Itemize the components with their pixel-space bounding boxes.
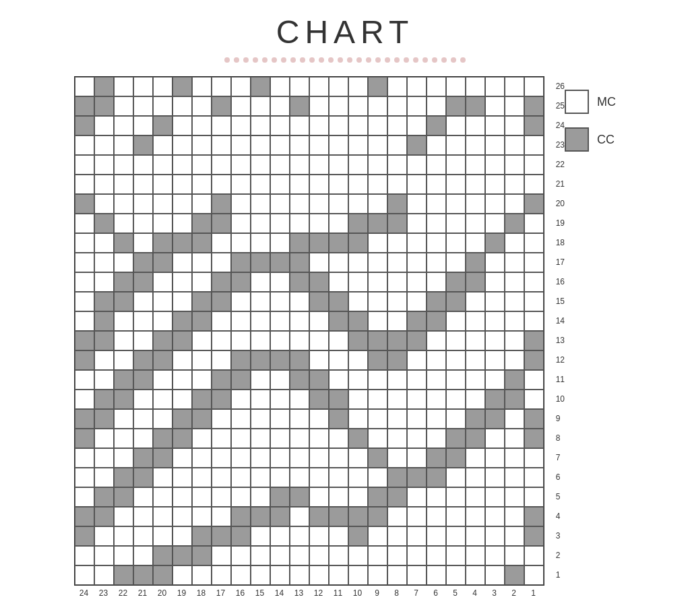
- grid-cell: [192, 390, 212, 409]
- grid-cell: [348, 253, 368, 272]
- grid-cell: [75, 546, 94, 565]
- grid-cell: [505, 135, 524, 155]
- grid-cell: [231, 77, 251, 96]
- grid-cell: [387, 565, 407, 585]
- grid-cell: [75, 448, 94, 468]
- grid-cell: [329, 214, 348, 233]
- grid-cell: [348, 565, 368, 585]
- grid-cell: [505, 155, 524, 175]
- grid-cell: [446, 546, 466, 565]
- row-label: 11: [553, 369, 565, 389]
- grid-cell: [466, 409, 485, 429]
- grid-cell: [427, 390, 446, 409]
- grid-cell: [94, 214, 114, 233]
- grid-cell: [153, 565, 172, 585]
- col-label: 1: [524, 588, 543, 598]
- grid-cell: [231, 194, 251, 214]
- grid-cell: [270, 311, 290, 331]
- decorative-dot: [262, 57, 268, 63]
- decorative-dot: [243, 57, 249, 63]
- grid-cell: [231, 214, 251, 233]
- grid-cell: [368, 77, 387, 96]
- grid-cell: [466, 487, 485, 507]
- grid-cell: [368, 233, 387, 253]
- grid-cell: [427, 370, 446, 390]
- grid-cell: [75, 155, 94, 175]
- grid-cell: [192, 253, 212, 272]
- grid-cell: [290, 292, 309, 311]
- grid-cell: [446, 311, 466, 331]
- grid-cell: [192, 350, 212, 370]
- grid-cell: [329, 233, 348, 253]
- grid-cell: [466, 565, 485, 585]
- grid-cell: [427, 350, 446, 370]
- grid-cell: [427, 272, 446, 292]
- grid-cell: [94, 194, 114, 214]
- decorative-dot: [460, 57, 466, 63]
- grid-cell: [466, 311, 485, 331]
- row-label: 13: [553, 330, 565, 350]
- grid-cell: [212, 194, 231, 214]
- grid-cell: [94, 370, 114, 390]
- grid-cell: [387, 429, 407, 448]
- grid-cell: [251, 331, 270, 350]
- grid-cell: [231, 116, 251, 135]
- decorative-dot: [234, 57, 239, 63]
- grid-cell: [94, 253, 114, 272]
- grid-cell: [329, 350, 348, 370]
- grid-cell: [192, 214, 212, 233]
- grid-cell: [133, 135, 153, 155]
- grid-cell: [427, 96, 446, 116]
- grid-cell: [270, 526, 290, 546]
- grid-cell: [329, 409, 348, 429]
- grid-cell: [524, 565, 544, 585]
- grid-cell: [270, 272, 290, 292]
- grid-cell: [192, 468, 212, 487]
- grid-cell: [212, 135, 231, 155]
- grid-cell: [251, 350, 270, 370]
- grid-cell: [290, 96, 309, 116]
- grid-cell: [133, 331, 153, 350]
- grid-cell: [485, 253, 505, 272]
- grid-cell: [524, 292, 544, 311]
- grid-cell: [348, 429, 368, 448]
- grid-cell: [524, 468, 544, 487]
- grid-cell: [172, 331, 192, 350]
- grid-cell: [466, 135, 485, 155]
- grid-cell: [94, 487, 114, 507]
- grid-cell: [94, 292, 114, 311]
- decorative-dot: [281, 57, 286, 63]
- grid-cell: [466, 233, 485, 253]
- grid-cell: [153, 233, 172, 253]
- grid-cell: [524, 253, 544, 272]
- grid-cell: [309, 96, 329, 116]
- grid-cell: [290, 311, 309, 331]
- grid-cell: [251, 96, 270, 116]
- grid-cell: [485, 487, 505, 507]
- grid-cell: [133, 468, 153, 487]
- grid-cell: [192, 155, 212, 175]
- grid-cell: [212, 487, 231, 507]
- grid-cell: [348, 468, 368, 487]
- grid-cell: [270, 370, 290, 390]
- grid-cell: [466, 448, 485, 468]
- grid-cell: [446, 331, 466, 350]
- grid-cell: [75, 487, 94, 507]
- grid-cell: [290, 546, 309, 565]
- grid-cell: [172, 468, 192, 487]
- grid-cell: [114, 155, 133, 175]
- grid-cell: [427, 194, 446, 214]
- grid-cell: [172, 526, 192, 546]
- grid-cell: [309, 409, 329, 429]
- grid-cell: [212, 448, 231, 468]
- grid-cell: [114, 135, 133, 155]
- grid-cell: [466, 77, 485, 96]
- grid-cell: [114, 565, 133, 585]
- grid-cell: [153, 292, 172, 311]
- grid-cell: [505, 370, 524, 390]
- knitting-grid: [74, 76, 544, 586]
- grid-cell: [505, 311, 524, 331]
- grid-cell: [231, 155, 251, 175]
- grid-cell: [348, 214, 368, 233]
- decorative-dot: [451, 57, 456, 63]
